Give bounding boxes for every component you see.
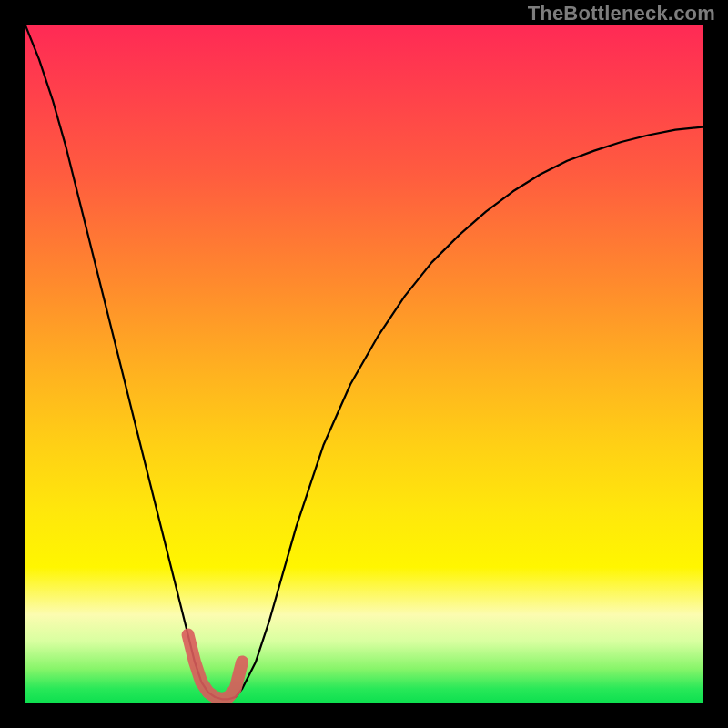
watermark-text: TheBottleneck.com bbox=[528, 2, 715, 25]
plot-area bbox=[25, 25, 703, 703]
bottleneck-curve bbox=[25, 25, 703, 699]
chart-frame: TheBottleneck.com bbox=[0, 0, 728, 728]
valley-highlight bbox=[188, 635, 243, 700]
curve-layer bbox=[25, 25, 703, 703]
